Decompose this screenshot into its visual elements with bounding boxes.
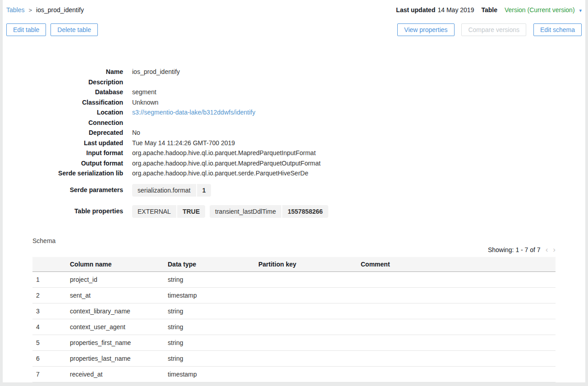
cell-index: 5 xyxy=(32,335,70,351)
header-comment: Comment xyxy=(361,257,556,272)
breadcrumb: Tables > ios_prod_identify xyxy=(6,6,84,14)
cell-data-type: string xyxy=(168,319,258,335)
cell-index: 1 xyxy=(32,272,70,288)
table-property-pill: transient_lastDdlTime 1557858266 xyxy=(210,205,328,218)
detail-value: Tue May 14 11:24:26 GMT-700 2019 xyxy=(132,138,235,148)
cell-partition-key xyxy=(258,367,361,382)
detail-row-input-format: Input format org.apache.hadoop.hive.ql.i… xyxy=(3,148,585,158)
detail-label: Serde serialization lib xyxy=(3,168,123,179)
detail-label: Location xyxy=(3,107,123,118)
edit-table-button[interactable]: Edit table xyxy=(6,23,46,36)
table-properties-row: Table properties EXTERNAL TRUE transient… xyxy=(3,205,585,218)
cell-column-name: context_library_name xyxy=(70,303,168,319)
cell-column-name: properties_first_name xyxy=(70,335,168,351)
table-property-pill: EXTERNAL TRUE xyxy=(132,205,205,218)
detail-label: Deprecated xyxy=(3,128,123,138)
pagination-showing-text: Showing: 1 - 7 of 7 xyxy=(488,246,541,253)
detail-label: Last updated xyxy=(3,138,123,148)
param-key: EXTERNAL xyxy=(132,205,176,218)
table-row: 5 properties_first_name string xyxy=(32,335,556,351)
cell-comment xyxy=(361,272,556,288)
serde-parameters-pills: serialization.format 1 xyxy=(132,184,211,197)
param-value: TRUE xyxy=(177,205,205,218)
breadcrumb-tables-link[interactable]: Tables xyxy=(6,6,24,14)
detail-value: No xyxy=(132,128,140,138)
cell-comment xyxy=(361,303,556,319)
detail-label: Name xyxy=(3,67,123,77)
serde-parameters-row: Serde parameters serialization.format 1 xyxy=(3,184,585,197)
table-row: 4 context_user_agent string xyxy=(32,319,556,335)
table-label: Table xyxy=(481,6,497,14)
table-row: 6 properties_last_name string xyxy=(32,351,556,367)
detail-row-location: Location s3://segmentio-data-lake/b312dd… xyxy=(3,107,585,118)
schema-table: Column name Data type Partition key Comm… xyxy=(32,257,556,383)
right-button-group: View properties Compare versions Edit sc… xyxy=(392,23,582,36)
header-data-type: Data type xyxy=(168,257,258,272)
table-row: 7 received_at timestamp xyxy=(32,367,556,382)
location-s3-link[interactable]: s3://segmentio-data-lake/b312ddwfs/ident… xyxy=(132,107,255,118)
param-key: transient_lastDdlTime xyxy=(210,205,281,218)
cell-data-type: string xyxy=(168,335,258,351)
delete-table-button[interactable]: Delete table xyxy=(51,23,98,36)
cell-comment xyxy=(361,351,556,367)
version-dropdown[interactable]: Version (Current version) ▾ xyxy=(505,6,582,14)
cell-data-type: string xyxy=(168,272,258,288)
last-updated-value: 14 May 2019 xyxy=(437,6,474,14)
breadcrumb-separator-icon: > xyxy=(28,7,32,14)
chevron-left-icon[interactable]: ‹ xyxy=(546,247,548,253)
table-details-page: Tables > ios_prod_identify Last updated … xyxy=(3,0,585,382)
header-partition-key: Partition key xyxy=(258,257,361,272)
param-value: 1557858266 xyxy=(282,205,328,218)
detail-row-last-updated: Last updated Tue May 14 11:24:26 GMT-700… xyxy=(3,138,585,148)
edit-schema-button[interactable]: Edit schema xyxy=(533,23,582,36)
cell-partition-key xyxy=(258,319,361,335)
param-key: serialization.format xyxy=(132,184,196,197)
cell-column-name: properties_last_name xyxy=(70,351,168,367)
cell-partition-key xyxy=(258,272,361,288)
chevron-down-icon: ▾ xyxy=(579,8,582,14)
serde-parameter-pill: serialization.format 1 xyxy=(132,184,211,197)
table-row: 3 context_library_name string xyxy=(32,303,556,319)
detail-row-classification: Classification Unknown xyxy=(3,97,585,108)
table-row: 1 project_id string xyxy=(32,272,556,288)
detail-label: Database xyxy=(3,87,123,97)
param-value: 1 xyxy=(197,184,211,197)
cell-column-name: sent_at xyxy=(70,288,168,303)
table-details-list: Name ios_prod_identify Description Datab… xyxy=(3,67,585,218)
header-column-name: Column name xyxy=(70,257,168,272)
compare-versions-button: Compare versions xyxy=(461,23,526,36)
detail-label: Classification xyxy=(3,97,123,108)
detail-value: org.apache.hadoop.hive.ql.io.parquet.ser… xyxy=(132,168,308,179)
detail-row-database: Database segment xyxy=(3,87,585,97)
detail-value: org.apache.hadoop.hive.ql.io.parquet.Map… xyxy=(132,148,316,158)
view-properties-button[interactable]: View properties xyxy=(397,23,454,36)
table-properties-pills: EXTERNAL TRUE transient_lastDdlTime 1557… xyxy=(132,205,328,218)
detail-value: org.apache.hadoop.hive.ql.io.parquet.Map… xyxy=(132,158,321,169)
detail-label: Output format xyxy=(3,158,123,169)
serde-parameters-label: Serde parameters xyxy=(3,185,123,195)
cell-data-type: timestamp xyxy=(168,288,258,303)
detail-row-serde-lib: Serde serialization lib org.apache.hadoo… xyxy=(3,168,585,179)
chevron-right-icon[interactable]: › xyxy=(553,247,556,253)
cell-partition-key xyxy=(258,303,361,319)
breadcrumb-current-table: ios_prod_identify xyxy=(36,6,84,14)
detail-value: segment xyxy=(132,87,156,97)
cell-index: 6 xyxy=(32,351,70,367)
cell-index: 2 xyxy=(32,288,70,303)
detail-row-name: Name ios_prod_identify xyxy=(3,67,585,77)
cell-data-type: timestamp xyxy=(168,367,258,382)
header-index xyxy=(32,257,70,272)
version-dropdown-label: Version (Current version) xyxy=(505,6,575,14)
cell-column-name: project_id xyxy=(70,272,168,288)
header-meta: Last updated 14 May 2019 Table Version (… xyxy=(396,6,582,14)
detail-label: Connection xyxy=(3,118,123,128)
cell-column-name: context_user_agent xyxy=(70,319,168,335)
schema-header-row: Column name Data type Partition key Comm… xyxy=(32,257,556,272)
cell-comment xyxy=(361,367,556,382)
detail-value: ios_prod_identify xyxy=(132,67,180,77)
cell-index: 7 xyxy=(32,367,70,382)
detail-row-description: Description xyxy=(3,77,585,87)
detail-row-deprecated: Deprecated No xyxy=(3,128,585,138)
detail-label: Description xyxy=(3,77,123,87)
cell-data-type: string xyxy=(168,303,258,319)
